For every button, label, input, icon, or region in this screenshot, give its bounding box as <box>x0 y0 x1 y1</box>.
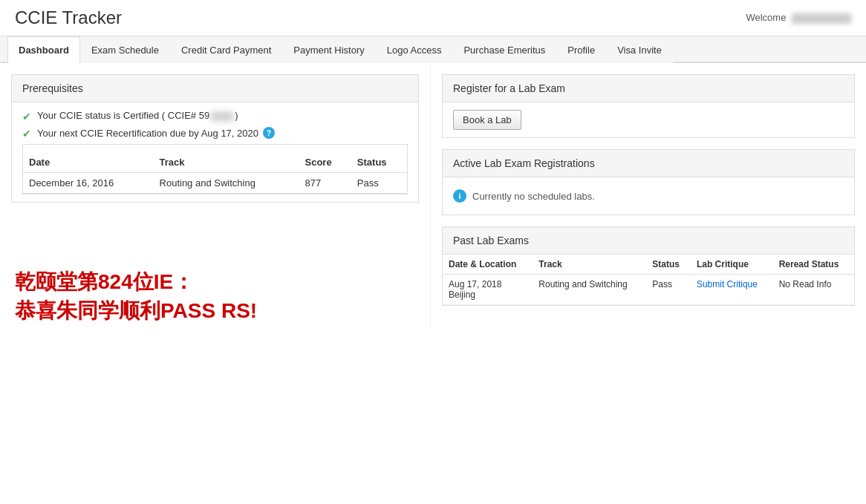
past-lab-exams-title: Past Lab Exams <box>443 227 854 255</box>
col-status: Status <box>351 152 407 173</box>
past-row-status: Pass <box>646 275 691 305</box>
tab-dashboard[interactable]: Dashboard <box>7 36 80 63</box>
col-date: Date <box>23 152 154 173</box>
prereq-item-2: ✔ Your next CCIE Recertification due by … <box>22 127 408 140</box>
prereq-item-1: ✔ Your CCIE status is Certified ( CCIE# … <box>22 110 408 122</box>
no-scheduled-labs-notice: i Currently no scheduled labs. <box>453 185 844 207</box>
submit-critique-link[interactable]: Submit Critique <box>697 279 758 289</box>
check-icon-2: ✔ <box>22 128 31 140</box>
tab-logo-access[interactable]: Logo Access <box>376 36 453 63</box>
table-row: December 16, 2016 Routing and Switching … <box>23 173 407 194</box>
past-row-date-location: Aug 17, 2018 Beijing <box>443 275 533 305</box>
past-col-lab-critique: Lab Critique <box>691 255 773 275</box>
tab-exam-schedule[interactable]: Exam Schedule <box>80 36 170 63</box>
prerequisites-section: Prerequisites ✔ Your CCIE status is Cert… <box>11 74 419 203</box>
exam-history-table: Date Track Score Status December 16, 201… <box>23 152 407 194</box>
past-row-reread-status: No Read Info <box>773 275 854 305</box>
row-status: Pass <box>351 173 407 194</box>
exam-history-table-wrapper[interactable]: Date Track Score Status December 16, 201… <box>22 144 408 194</box>
prerequisites-title: Prerequisites <box>12 75 418 102</box>
header: CCIE Tracker Welcome <box>0 0 866 36</box>
tab-visa-invite[interactable]: Visa Invite <box>606 36 673 63</box>
past-col-track: Track <box>533 255 646 275</box>
register-body: Book a Lab <box>443 102 854 137</box>
nav-tabs: Dashboard Exam Schedule Credit Card Paym… <box>0 36 866 63</box>
active-registrations-title: Active Lab Exam Registrations <box>443 150 854 177</box>
info-icon[interactable]: ? <box>263 127 275 139</box>
welcome-text: Welcome <box>746 12 851 24</box>
prereq-text-2: Your next CCIE Recertification due by Au… <box>37 128 258 139</box>
no-scheduled-labs-text: Currently no scheduled labs. <box>472 191 595 202</box>
past-row-lab-critique[interactable]: Submit Critique <box>691 275 773 305</box>
past-col-date-location: Date & Location <box>443 255 533 275</box>
prereq-text-1: Your CCIE status is Certified ( CCIE# 59… <box>37 110 238 121</box>
row-date: December 16, 2016 <box>23 173 154 194</box>
past-lab-exams-body: Date & Location Track Status Lab Critiqu… <box>443 255 854 305</box>
username-blur <box>792 13 851 24</box>
tab-credit-card-payment[interactable]: Credit Card Payment <box>170 36 282 63</box>
prereq-row-2: Your next CCIE Recertification due by Au… <box>37 127 275 139</box>
past-col-reread-status: Reread Status <box>773 255 854 275</box>
past-lab-exams-table: Date & Location Track Status Lab Critiqu… <box>443 255 854 305</box>
check-icon-1: ✔ <box>22 111 31 122</box>
col-track: Track <box>154 152 299 173</box>
past-table-row: Aug 17, 2018 Beijing Routing and Switchi… <box>443 275 854 305</box>
register-section: Register for a Lab Exam Book a Lab <box>442 74 855 138</box>
active-registrations-section: Active Lab Exam Registrations i Currentl… <box>442 149 855 215</box>
tab-payment-history[interactable]: Payment History <box>282 36 375 63</box>
book-lab-button[interactable]: Book a Lab <box>453 110 521 130</box>
past-row-track: Routing and Switching <box>533 275 646 305</box>
right-panel: Register for a Lab Exam Book a Lab Activ… <box>431 63 866 328</box>
left-panel: Prerequisites ✔ Your CCIE status is Cert… <box>0 63 431 328</box>
info-circle-icon: i <box>453 189 466 203</box>
main-content: Prerequisites ✔ Your CCIE status is Cert… <box>0 63 866 328</box>
past-col-status: Status <box>646 255 691 275</box>
active-registrations-body: i Currently no scheduled labs. <box>443 177 854 215</box>
prerequisites-body: ✔ Your CCIE status is Certified ( CCIE# … <box>12 102 418 202</box>
tab-profile[interactable]: Profile <box>556 36 606 63</box>
app-title: CCIE Tracker <box>15 7 122 28</box>
register-title: Register for a Lab Exam <box>443 75 854 102</box>
past-lab-exams-section: Past Lab Exams Date & Location Track Sta… <box>442 226 855 306</box>
row-score: 877 <box>299 173 351 194</box>
row-track: Routing and Switching <box>154 173 299 194</box>
tab-purchase-emeritus[interactable]: Purchase Emeritus <box>452 36 556 63</box>
col-score: Score <box>299 152 351 173</box>
